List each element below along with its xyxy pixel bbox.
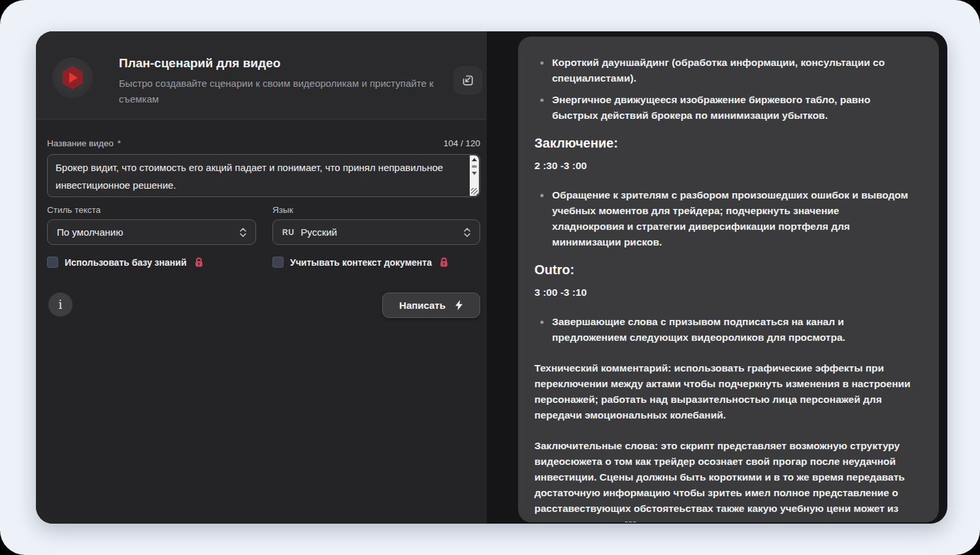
- output-time-range: 3 :00 -3 :10: [534, 285, 913, 300]
- text-style-value: По умолчанию: [57, 227, 123, 238]
- language-label: Язык: [272, 205, 293, 215]
- output-bullet: Энергичное движущееся изображение биржев…: [534, 92, 913, 123]
- output-heading-conclusion: Заключение:: [534, 135, 913, 151]
- text-style-label: Стиль текста: [47, 205, 101, 215]
- output-paragraph-technical: Технический комментарий: использовать гр…: [534, 360, 913, 423]
- language-select[interactable]: RU Русский: [272, 219, 480, 245]
- chevron-updown-icon: [464, 228, 470, 237]
- text-style-select[interactable]: По умолчанию: [47, 219, 256, 245]
- write-button[interactable]: Написать: [382, 293, 480, 318]
- char-counter: 104 / 120: [444, 138, 480, 148]
- scroll-thumb[interactable]: [472, 165, 477, 168]
- output-bullet: Завершающие слова с призывом подписаться…: [534, 314, 913, 345]
- collapse-icon: [461, 73, 475, 87]
- lock-icon: [193, 257, 204, 268]
- language-code-badge: RU: [282, 228, 294, 237]
- output-heading-outro: Outro:: [534, 261, 913, 278]
- output-paragraph-final: Заключительные слова: это скрипт предста…: [534, 438, 913, 522]
- video-title-input[interactable]: Брокер видит, что стоимость его акций па…: [47, 154, 480, 197]
- output-bullet: Короткий дауншайдинг (обработка информац…: [534, 55, 913, 86]
- info-icon: i: [59, 298, 63, 311]
- knowledge-base-option: Использовать базу знаний: [47, 257, 204, 268]
- script-form-panel: План-сценарий для видео Быстро создавайт…: [36, 31, 487, 524]
- document-context-option: Учитывать контекст документа: [272, 257, 449, 268]
- page-title: План-сценарий для видео: [119, 56, 280, 71]
- video-title-value: Брокер видит, что стоимость его акций па…: [56, 159, 464, 194]
- lock-icon: [438, 257, 449, 268]
- resize-handle-icon[interactable]: [471, 188, 478, 195]
- knowledge-base-checkbox[interactable]: [47, 257, 58, 268]
- language-value: Русский: [301, 227, 337, 238]
- info-button[interactable]: i: [48, 293, 73, 317]
- write-button-label: Написать: [399, 300, 446, 311]
- chevron-updown-icon: [240, 228, 246, 237]
- output-bullet: Обращение к зрителям с разбором произоше…: [534, 187, 913, 250]
- output-time-range: 2 :30 -3 :00: [534, 158, 913, 174]
- bolt-icon: [455, 300, 463, 311]
- video-title-label: Название видео*: [47, 138, 121, 148]
- scroll-up-icon[interactable]: [472, 158, 477, 161]
- bullet-dot-icon: [540, 321, 544, 324]
- scroll-down-icon[interactable]: [472, 172, 477, 175]
- output-panel: Короткий дауншайдинг (обработка информац…: [518, 37, 939, 522]
- hexagon-shape: [61, 66, 84, 89]
- page-subtitle: Быстро создавайте сценарии к своим видео…: [119, 76, 449, 107]
- play-triangle-icon: [69, 72, 78, 83]
- knowledge-base-label: Использовать базу знаний: [65, 257, 187, 268]
- bullet-dot-icon: [540, 61, 544, 65]
- collapse-button[interactable]: [453, 66, 482, 95]
- required-asterisk: *: [118, 138, 121, 148]
- bullet-dot-icon: [540, 99, 544, 102]
- document-context-checkbox[interactable]: [272, 257, 284, 268]
- quote-marks: """: [625, 520, 637, 522]
- document-context-label: Учитывать контекст документа: [290, 257, 432, 268]
- form-header: План-сценарий для видео Быстро создавайт…: [36, 31, 487, 119]
- video-app-icon: [52, 57, 93, 98]
- app-window: План-сценарий для видео Быстро создавайт…: [36, 31, 947, 524]
- textarea-scrollbar[interactable]: [470, 155, 479, 196]
- bullet-dot-icon: [540, 194, 544, 197]
